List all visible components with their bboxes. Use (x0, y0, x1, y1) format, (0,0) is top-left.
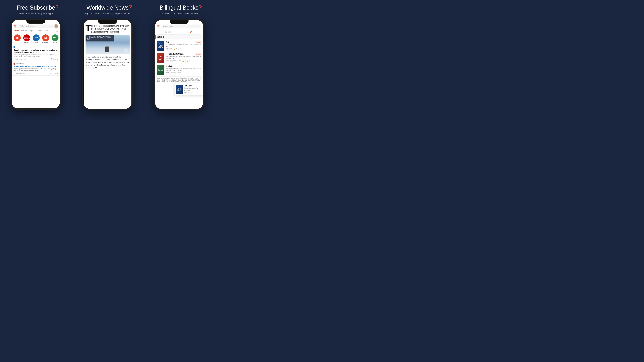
popup-progress: 更新中 已读 0/31 (184, 92, 203, 93)
article1-title: Google reportedly manipulates its search… (14, 49, 58, 53)
channel-rottentomatoes[interactable]: RottenTomatoes rottento... (23, 34, 31, 43)
book-info-1: 三体 697热度 一个秘密的军事项目向太空发送信号，以建立与外星人的联系。一个.… (166, 41, 202, 51)
article-item-2[interactable]: gamesradar Disney gives release dates to… (12, 61, 60, 76)
panel3-subtitle: Massive Classic Novels，Read for Free (160, 12, 198, 15)
search-bar[interactable]: Artificial Intelligence (18, 24, 53, 28)
book-desc-2: 欧维是个脾气暴躁、与世隔绝的退休老人，每天都在执行社区规则、探... (166, 56, 202, 59)
phone-notch-1 (26, 20, 45, 23)
book-info-3: 老人与海 海明威这部精彩的寓言故事发生在哈瓦那海岸附近的墨西哥湾流中，讲述了一位… (166, 65, 202, 75)
article-image: In the spring, when animals migrate nort… (86, 35, 130, 54)
article1-meta: # Tech · 12 hrs ago 💬 128 🔖 (14, 58, 58, 60)
panel-free-subscribe: Free Subscribe? 300+ Channels, Finding Y… (0, 0, 72, 121)
popup-title: 《老人与海》 (184, 85, 203, 87)
channel-nintendo-label: nintendo... (42, 42, 49, 43)
nav-tabs: Follow For You Topic Lifestyle Tech ☰ (12, 29, 60, 33)
book-item-1[interactable]: THE THREE-BODY PROBLEM 三体 697热度 一个秘密的军事项… (155, 40, 203, 52)
drop-cap: T (86, 24, 91, 32)
article1-desc: Other findings: Google released a statem… (14, 54, 58, 58)
bookmark-icon[interactable]: 🔖 (56, 58, 58, 60)
bookmark-icon-2[interactable]: 🔖 (56, 73, 58, 74)
popup-desc: 海明威这部精彩的寓言故事发生在哈瓦那海岸附近的墨西哥湾流中，讲述了一位老人、一个… (157, 78, 201, 82)
translation-chinese-text: 当动物向北迁徙，太阳永不落山，人孩子与家人团聚，在加拿大的北极地露营数周。 (87, 35, 112, 40)
tab-library[interactable]: 图书馆 (157, 29, 179, 34)
article2-comments: 355 (53, 73, 56, 74)
popup-book-info: 《老人与海》 [美] 欧内斯特·米勒·海明威 20千字英文 更新中 已读 0/3… (184, 85, 203, 94)
comment-icon-book2: 💬 (187, 60, 188, 62)
book-author-1: [中] 刘慈欣 (166, 48, 172, 50)
channel-rt-icon: RottenTomatoes (23, 34, 30, 41)
article-item-1[interactable]: BGR Google reportedly manipulates its se… (12, 45, 60, 61)
book-desc-1: 一个秘密的军事项目向太空发送信号，以建立与外星人的联系。一个... (166, 44, 202, 47)
book-info-2: 一个叫欧维的男人决定... 2818热度 欧维是个脾气暴躁、与世隔绝的退休老人，… (166, 53, 202, 63)
panel-worldwide-news: Worldwide News? English–Chines Translati… (72, 0, 144, 121)
book-cover-1: THE THREE-BODY PROBLEM (157, 41, 164, 51)
panel2-subtitle: English–Chines Translation，Keep the Orig… (84, 12, 130, 15)
books-calendar-icon: 📅 (157, 25, 160, 28)
book-title-3: 老人与海 (166, 65, 172, 67)
channel-bgr-icon: BGR (33, 34, 40, 41)
tab-lifestyle[interactable]: Lifestyle (36, 30, 42, 32)
article-paragraph-2: p would be forced to leave the Exchange … (86, 56, 130, 69)
article-paragraph-1: T he thought of spaceflight may make the… (86, 24, 130, 34)
channel-bgr[interactable]: BGR BGR (32, 34, 40, 43)
channel-all-icon: ⊞ (14, 34, 21, 41)
panel1-subtitle: 300+ Channels, Finding Your Type (19, 12, 53, 15)
tab-bookshelf[interactable]: 书架 (179, 29, 202, 34)
no-translate-icon[interactable]: ⊘ (124, 48, 128, 53)
article1-actions: 💬 128 🔖 (50, 58, 58, 60)
channel-travel-icon: TRAV (52, 34, 58, 41)
book-title-1: 三体 (166, 41, 169, 43)
channel-nintendo-icon: n1 (42, 34, 49, 41)
book-meta-1: [中] 刘慈欣 👍 3 💬 0 (166, 48, 202, 50)
tab-topic[interactable]: Topic (30, 30, 34, 32)
calendar-icon: 📅 (14, 24, 17, 28)
question-mark-icon-3: ? (198, 4, 202, 11)
book-title-2: 一个叫欧维的男人决定... (166, 53, 184, 55)
phone-notch-2 (98, 20, 117, 24)
book-item-3[interactable]: 老人与海 老人与海 海明威这部精彩的寓言故事发生在哈瓦那海岸附近的墨西哥湾流中，… (155, 64, 203, 76)
source-icon-bgr (14, 46, 16, 48)
menu-icon[interactable]: ☰ (56, 30, 58, 32)
question-mark-icon-2: ? (128, 4, 132, 11)
popup-wordcount: 20千字英文 (184, 89, 203, 91)
figure-silhouette (105, 46, 109, 52)
phone-notch-3 (170, 20, 188, 24)
channel-all-label: All (16, 42, 18, 43)
tab-follow[interactable]: Follow (14, 29, 19, 32)
books-tabs: 图书馆 书架 (157, 29, 202, 34)
book-cover-2: A MAN CALLED OVE (157, 53, 164, 63)
phone-mockup-1: 📅 Artificial Intelligence Follow For You… (11, 18, 61, 110)
book-item-2[interactable]: A MAN CALLED OVE 一个叫欧维的男人决定... 2818热度 欧维… (155, 52, 203, 64)
book-meta-2: [瑞典] 弗雷德里克·巴克曼 👍 2 💬 0 (166, 60, 202, 62)
user-avatar[interactable] (54, 24, 58, 28)
article1-comments: 128 (53, 58, 56, 60)
article2-tags: # Lifestyle · 11-16 (14, 73, 25, 74)
book-desc-3: 海明威这部精彩的寓言故事发生在哈瓦那海岸附近的墨西哥湾流中，讲述了一位老人... (166, 67, 202, 71)
channel-travel[interactable]: TRAV Travel (51, 34, 59, 43)
phone-mockup-3: 📅 赛琳娜·戈麦斯 图书馆 书架 推荐书籍 THE THREE-BODY PRO… (154, 19, 204, 110)
source-icon-gr (14, 63, 16, 64)
channel-all[interactable]: ⊞ All (13, 34, 22, 43)
book-meta-3: [美] 欧内斯特·米勒·海明威 (166, 72, 202, 74)
book-cover-3: 老人与海 (157, 65, 164, 75)
comment-icon-book1: 💬 (178, 48, 180, 50)
channel-nintendo[interactable]: n1 nintendo... (42, 34, 50, 43)
popup-desc-area: 海明威这部精彩的寓言故事发生在哈瓦那海岸附近的墨西哥湾流中，讲述了一位老人、一个… (155, 76, 203, 84)
book-author-2: [瑞典] 弗雷德里克·巴克曼 (166, 60, 181, 62)
translation-overlay: In the spring, when animals migrate nort… (86, 35, 114, 41)
book-hot-1: 697热度 (196, 41, 201, 43)
popup-book-cover: The Old Man and the Sea (176, 85, 183, 94)
phone-mockup-2: T he thought of spaceflight may make the… (82, 19, 133, 110)
book-hot-2: 2818热度 (195, 53, 202, 55)
comment-icon: 💬 (50, 58, 52, 60)
panel3-title: Bilingual Books? (160, 4, 198, 11)
book-author-3: [美] 欧内斯特·米勒·海明威 (166, 72, 182, 74)
tab-tech[interactable]: Tech (44, 30, 48, 32)
channel-travel-label: Travel (53, 42, 57, 43)
channels-row: ⊞ All RottenTomatoes rottento... BGR BGR… (12, 33, 60, 45)
panel-bilingual-books: Bilingual Books? Massive Classic Novels，… (143, 0, 215, 121)
like-icon-1: 👍 (173, 48, 175, 50)
question-mark-icon: ? (55, 4, 58, 11)
books-search-bar[interactable]: 赛琳娜·戈麦斯 (162, 24, 202, 28)
tab-for-you[interactable]: For You (21, 30, 27, 32)
